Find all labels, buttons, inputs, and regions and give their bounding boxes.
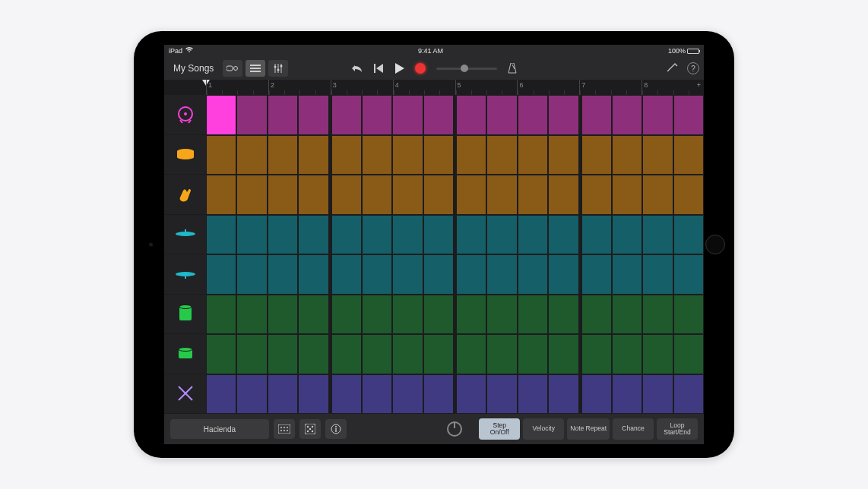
- step[interactable]: [643, 175, 672, 214]
- my-songs-button[interactable]: My Songs: [169, 61, 218, 76]
- step[interactable]: [363, 96, 391, 134]
- step[interactable]: [674, 175, 703, 214]
- step[interactable]: [424, 96, 453, 134]
- step[interactable]: [237, 375, 266, 414]
- step[interactable]: [613, 255, 641, 294]
- step[interactable]: [207, 136, 236, 175]
- step[interactable]: [299, 375, 328, 414]
- step[interactable]: [363, 375, 391, 414]
- step[interactable]: [582, 375, 611, 414]
- cymbal1-icon[interactable]: [164, 215, 206, 255]
- step[interactable]: [457, 136, 486, 175]
- metronome-button[interactable]: [508, 63, 517, 74]
- step[interactable]: [363, 136, 391, 175]
- rewind-button[interactable]: [374, 64, 385, 73]
- step[interactable]: [613, 335, 641, 374]
- step[interactable]: [487, 255, 516, 294]
- step[interactable]: [674, 295, 703, 334]
- step[interactable]: [457, 175, 486, 214]
- tom2-icon[interactable]: [164, 334, 206, 374]
- step[interactable]: [299, 216, 328, 254]
- step[interactable]: [549, 335, 578, 374]
- step[interactable]: [207, 175, 236, 214]
- record-button[interactable]: [415, 63, 426, 74]
- step[interactable]: [549, 175, 578, 214]
- kit-selector[interactable]: Hacienda: [170, 419, 269, 439]
- timeline-ruler[interactable]: 12345678+: [206, 80, 704, 95]
- step[interactable]: [643, 295, 672, 334]
- dice-button[interactable]: [299, 419, 321, 439]
- step[interactable]: [518, 295, 547, 334]
- step[interactable]: [518, 335, 547, 374]
- step[interactable]: [424, 175, 453, 214]
- step[interactable]: [643, 96, 672, 134]
- step[interactable]: [518, 255, 547, 294]
- step[interactable]: [518, 216, 547, 254]
- step[interactable]: [268, 136, 297, 175]
- step[interactable]: [268, 216, 297, 254]
- step[interactable]: [237, 295, 266, 334]
- step[interactable]: [549, 295, 578, 334]
- step[interactable]: [518, 175, 547, 214]
- step[interactable]: [207, 375, 236, 414]
- step[interactable]: [487, 335, 516, 374]
- step[interactable]: [237, 96, 266, 134]
- step[interactable]: [207, 295, 236, 334]
- step[interactable]: [332, 216, 361, 254]
- step[interactable]: [424, 375, 453, 414]
- step[interactable]: [613, 295, 641, 334]
- step[interactable]: [487, 295, 516, 334]
- sticks-icon[interactable]: [164, 374, 206, 415]
- step[interactable]: [549, 216, 578, 254]
- step[interactable]: [582, 216, 611, 254]
- step[interactable]: [424, 295, 453, 334]
- step[interactable]: [363, 216, 391, 254]
- step[interactable]: [237, 255, 266, 294]
- step[interactable]: [207, 96, 236, 134]
- step[interactable]: [237, 175, 266, 214]
- step[interactable]: [237, 335, 266, 374]
- step[interactable]: [457, 96, 486, 134]
- mode-loop-start-end[interactable]: LoopStart/End: [657, 418, 698, 440]
- step[interactable]: [363, 255, 391, 294]
- step[interactable]: [457, 335, 486, 374]
- step[interactable]: [393, 136, 422, 175]
- step[interactable]: [393, 216, 422, 254]
- step[interactable]: [332, 335, 361, 374]
- step[interactable]: [207, 216, 236, 254]
- mode-chance[interactable]: Chance: [613, 418, 654, 440]
- step[interactable]: [332, 255, 361, 294]
- mode-step-on-off[interactable]: StepOn/Off: [479, 418, 520, 440]
- step[interactable]: [582, 335, 611, 374]
- cymbal2-icon[interactable]: [164, 254, 206, 295]
- play-button[interactable]: [395, 63, 404, 74]
- step[interactable]: [487, 175, 516, 214]
- step[interactable]: [363, 295, 391, 334]
- step[interactable]: [332, 136, 361, 175]
- step[interactable]: [613, 175, 641, 214]
- step[interactable]: [457, 375, 486, 414]
- step[interactable]: [487, 136, 516, 175]
- step[interactable]: [268, 96, 297, 134]
- step[interactable]: [268, 175, 297, 214]
- undo-button[interactable]: [351, 64, 363, 73]
- step[interactable]: [332, 295, 361, 334]
- step[interactable]: [237, 216, 266, 254]
- settings-button[interactable]: [667, 62, 680, 75]
- step[interactable]: [613, 375, 641, 414]
- step[interactable]: [299, 96, 328, 134]
- step[interactable]: [393, 96, 422, 134]
- mode-velocity[interactable]: Velocity: [523, 418, 564, 440]
- step[interactable]: [237, 136, 266, 175]
- step[interactable]: [332, 96, 361, 134]
- step[interactable]: [674, 375, 703, 414]
- mixer-button[interactable]: [268, 60, 288, 77]
- step[interactable]: [518, 136, 547, 175]
- home-button[interactable]: [705, 235, 725, 254]
- step[interactable]: [299, 335, 328, 374]
- step[interactable]: [582, 136, 611, 175]
- step[interactable]: [674, 255, 703, 294]
- step[interactable]: [643, 255, 672, 294]
- step[interactable]: [487, 375, 516, 414]
- step[interactable]: [299, 175, 328, 214]
